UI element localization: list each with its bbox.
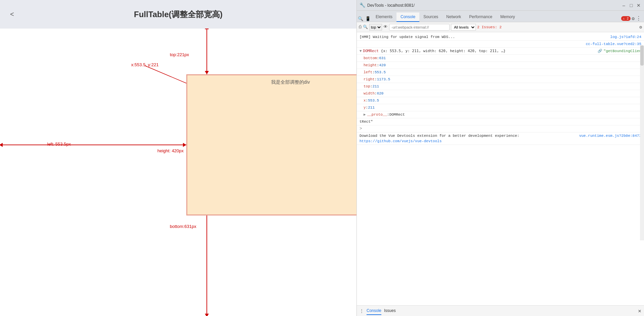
issues-badge: ⚠ 2 bbox=[621, 16, 631, 21]
prompt-arrow: > bbox=[359, 126, 362, 131]
tab-issues-bottom[interactable]: Issues bbox=[384, 307, 396, 315]
vue-source[interactable]: vue.runtime.esm.js?2b0e:8473 bbox=[579, 133, 641, 139]
tab-performance[interactable]: Performance bbox=[465, 12, 496, 22]
scrollbar-thumb[interactable] bbox=[640, 45, 644, 66]
demo-box: 我是全部调整的div bbox=[186, 74, 357, 215]
domrect-bottom: bottom: 631 bbox=[357, 55, 644, 62]
filter-input[interactable] bbox=[389, 24, 450, 31]
domrect-string: "getBoundingClien bbox=[604, 48, 641, 54]
domrect-right: right: 1173.5 bbox=[357, 76, 644, 83]
expand-arrow[interactable]: ▼ bbox=[359, 48, 362, 54]
browser-area: < FullTable(调整全部宽高) top:221px x:553.5, y… bbox=[0, 0, 356, 316]
tab-network[interactable]: Network bbox=[442, 12, 465, 22]
close-drawer-button[interactable]: ✕ bbox=[638, 308, 641, 314]
hmr-text: [HMR] Waiting for update signal from WDS… bbox=[359, 34, 608, 40]
console-output[interactable]: [HMR] Waiting for update signal from WDS… bbox=[357, 32, 644, 305]
device-icon[interactable]: 📱 bbox=[365, 16, 371, 22]
eye-icon[interactable]: 👁 bbox=[383, 25, 388, 30]
console-gear-icon[interactable]: ⚙ bbox=[639, 25, 642, 30]
devtools-scrollbar[interactable] bbox=[640, 45, 644, 240]
restore-button[interactable]: □ bbox=[629, 3, 634, 8]
domrect-footer: tRect" bbox=[357, 118, 644, 125]
vue-msg: Download the Vue Devtools extension for … bbox=[359, 133, 576, 144]
console-toolbar: ⎙ 🔍 top 👁 All levels 2 Issues: 2 ⚙ bbox=[357, 22, 644, 32]
tab-memory[interactable]: Memory bbox=[496, 12, 519, 22]
bottom-label: bottom:631px bbox=[170, 224, 196, 229]
page-title: FullTable(调整全部宽高) bbox=[134, 9, 223, 20]
minimize-button[interactable]: – bbox=[621, 3, 627, 8]
domrect-top: top: 211 bbox=[357, 83, 644, 90]
tab-sources[interactable]: Sources bbox=[419, 12, 442, 22]
svg-line-0 bbox=[145, 66, 188, 84]
back-button[interactable]: < bbox=[7, 9, 17, 20]
height-label: height: 420px bbox=[157, 148, 184, 153]
clear-icon[interactable]: ⎙ bbox=[359, 25, 362, 30]
domrect-x: x: 553.5 bbox=[357, 97, 644, 104]
diagonal-annotation bbox=[145, 66, 192, 86]
filter-icon[interactable]: 🔍 bbox=[363, 25, 368, 30]
proto-arrow[interactable]: ▶ bbox=[364, 112, 366, 117]
left-label: left: 553.5px bbox=[47, 142, 71, 147]
top-label: top:221px bbox=[170, 52, 189, 57]
issues-count: 2 Issues: 2 bbox=[477, 25, 502, 29]
domrect-proto: ▶ __proto__: DOMRect bbox=[357, 111, 644, 118]
devtools-panel: 🔧 DevTools - localhost:8081/ – □ ✕ 🔍 📱 E… bbox=[356, 0, 644, 316]
content-area: top:221px x:553.5, y:221 width:620px lef… bbox=[0, 29, 356, 316]
devtools-titlebar: 🔧 DevTools - localhost:8081/ – □ ✕ bbox=[357, 0, 644, 11]
tab-elements[interactable]: Elements bbox=[372, 12, 396, 22]
settings-icon[interactable]: ⚙ bbox=[632, 16, 635, 22]
bottom-menu-icon[interactable]: ⋮ bbox=[359, 308, 364, 314]
inspect-icon[interactable]: 🔍 bbox=[357, 16, 364, 22]
console-line-domrect: ▼ DOMRect {x: 553.5, y: 211, width: 620,… bbox=[357, 48, 644, 55]
domrect-text: DOMRect {x: 553.5, y: 211, width: 620, h… bbox=[363, 48, 596, 54]
left-arrow bbox=[0, 145, 186, 145]
domrect-badge[interactable]: 🔗 bbox=[598, 48, 602, 54]
domrect-left: left: 553.5 bbox=[357, 69, 644, 76]
domrect-height: height: 420 bbox=[357, 62, 644, 69]
xy-label: x:553.5, y:221 bbox=[131, 62, 159, 67]
domrect-width: width: 620 bbox=[357, 90, 644, 97]
cctable-source[interactable]: cc-full-table.vue?ced2:35 bbox=[586, 41, 641, 47]
console-line-hmr: [HMR] Waiting for update signal from WDS… bbox=[357, 34, 644, 41]
hmr-source[interactable]: log.js?1afd:24 bbox=[610, 34, 641, 40]
devtools-icon: 🔧 bbox=[359, 2, 365, 8]
domrect-y: y: 211 bbox=[357, 104, 644, 111]
tab-console[interactable]: Console bbox=[396, 12, 419, 22]
more-icon[interactable]: ⋮ bbox=[636, 15, 641, 22]
top-bar: < FullTable(调整全部宽高) bbox=[0, 0, 356, 29]
tab-console-bottom[interactable]: Console bbox=[367, 307, 381, 315]
demo-box-text: 我是全部调整的div bbox=[271, 79, 310, 85]
console-line-cctable: cc-full-table.vue?ced2:35 bbox=[357, 41, 644, 48]
bottom-arrow bbox=[206, 215, 207, 316]
devtools-title: DevTools - localhost:8081/ bbox=[367, 3, 619, 8]
console-prompt: > bbox=[357, 125, 644, 132]
level-select[interactable]: All levels bbox=[451, 24, 476, 31]
close-button[interactable]: ✕ bbox=[636, 3, 641, 8]
top-dropdown[interactable]: top bbox=[369, 24, 382, 31]
console-line-vue: Download the Vue Devtools extension for … bbox=[357, 132, 644, 145]
vue-devtools-link[interactable]: https://github.com/vuejs/vue-devtools bbox=[359, 139, 442, 143]
devtools-tabs: 🔍 📱 Elements Console Sources Network Per… bbox=[357, 11, 644, 22]
console-bottom-bar: ⋮ Console Issues ✕ bbox=[357, 305, 644, 316]
top-arrow bbox=[206, 29, 207, 74]
